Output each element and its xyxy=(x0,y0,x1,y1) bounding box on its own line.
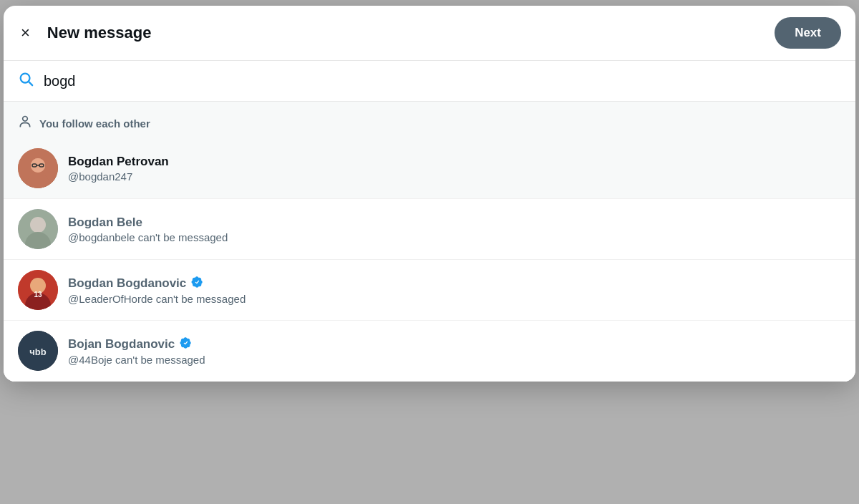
avatar-bogdan-petrovan xyxy=(18,148,58,188)
svg-line-1 xyxy=(29,82,32,85)
result-name-row-4: Bojan Bogdanovic xyxy=(68,336,205,352)
verified-icon-bojan-bogdanovic xyxy=(179,336,192,352)
result-item-bogdan-bele[interactable]: Bogdan Bele @bogdanbele can't be message… xyxy=(4,199,855,260)
search-bar xyxy=(4,61,855,102)
mutual-section: You follow each other xyxy=(4,102,855,138)
result-name: Bojan Bogdanovic xyxy=(68,337,175,352)
result-name: Bogdan Petrovan xyxy=(68,155,169,169)
result-handle: @bogdan247 xyxy=(68,170,169,183)
result-item-bogdan-petrovan[interactable]: Bogdan Petrovan @bogdan247 xyxy=(4,138,855,199)
svg-point-10 xyxy=(30,217,46,233)
avatar-bojan-bogdanovic: чbb xyxy=(18,331,58,371)
result-info-bogdan-bele: Bogdan Bele @bogdanbele can't be message… xyxy=(68,215,228,243)
header-left: × New message xyxy=(18,22,151,44)
result-name: Bogdan Bele xyxy=(68,215,142,230)
result-name: Bogdan Bogdanovic xyxy=(68,276,186,291)
svg-text:13: 13 xyxy=(34,291,42,299)
mutual-follow-icon xyxy=(18,115,32,132)
search-input[interactable] xyxy=(44,73,841,89)
modal-title: New message xyxy=(47,24,152,42)
search-icon xyxy=(18,71,34,91)
result-info-bojan-bogdanovic: Bojan Bogdanovic @44Boje can't be messag… xyxy=(68,336,205,366)
avatar-bogdan-bogdanovic: 13 xyxy=(18,270,58,310)
results-list: Bogdan Petrovan @bogdan247 Bogdan Bele @… xyxy=(4,138,855,382)
new-message-modal: × New message Next You follow each other xyxy=(4,6,855,382)
result-info-bogdan-bogdanovic: Bogdan Bogdanovic @LeaderOfHorde can't b… xyxy=(68,276,246,305)
result-name-row: Bogdan Petrovan xyxy=(68,155,169,169)
result-handle: @LeaderOfHorde can't be messaged xyxy=(68,293,246,305)
avatar-bogdan-bele xyxy=(18,209,58,249)
next-button[interactable]: Next xyxy=(775,17,841,49)
result-item-bogdan-bogdanovic[interactable]: 13 Bogdan Bogdanovic @LeaderOfHorde can'… xyxy=(4,260,855,321)
result-name-row-2: Bogdan Bele xyxy=(68,215,228,230)
svg-text:чbb: чbb xyxy=(29,346,46,357)
verified-icon-bogdan-bogdanovic xyxy=(190,276,203,291)
result-handle: @44Boje can't be messaged xyxy=(68,354,205,366)
result-handle: @bogdanbele can't be messaged xyxy=(68,231,228,243)
result-name-row-3: Bogdan Bogdanovic xyxy=(68,276,246,291)
result-info-bogdan-petrovan: Bogdan Petrovan @bogdan247 xyxy=(68,155,169,183)
close-button[interactable]: × xyxy=(18,22,33,44)
modal-header: × New message Next xyxy=(4,6,855,61)
mutual-section-label: You follow each other xyxy=(39,117,150,130)
result-item-bojan-bogdanovic[interactable]: чbb Bojan Bogdanovic @44Boje can't be me… xyxy=(4,321,855,382)
